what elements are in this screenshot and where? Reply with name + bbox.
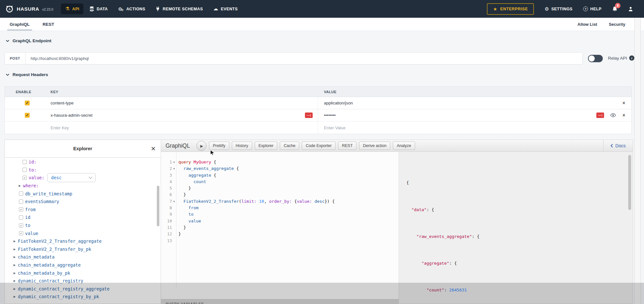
remove-header-icon[interactable] bbox=[622, 113, 626, 118]
toolbar-button[interactable]: Derive action bbox=[359, 142, 390, 150]
query-editor[interactable]: 1 query MyQuery { 2 raw_events_aggregate… bbox=[161, 152, 399, 287]
nav-item-api[interactable]: ⚗ API bbox=[61, 4, 83, 14]
explorer-item-label: FiatTokenV2_2_Transfer_aggregate bbox=[18, 239, 102, 244]
field-checkbox[interactable] bbox=[19, 223, 23, 228]
execute-query-button[interactable] bbox=[196, 141, 206, 151]
notifications-button[interactable]: 8 bbox=[612, 6, 618, 12]
graphql-endpoint-section-header[interactable]: GraphQL Endpoint bbox=[6, 38, 52, 43]
nav-item-events[interactable]: ☁ EVENTS bbox=[209, 4, 242, 14]
field-checkbox[interactable] bbox=[23, 176, 27, 180]
explorer-item[interactable]: value bbox=[5, 229, 161, 237]
fold-caret-icon[interactable] bbox=[172, 198, 176, 205]
explorer-item[interactable]: chain_metadata_by_pk bbox=[5, 269, 161, 277]
code-line: 6 } bbox=[161, 191, 399, 198]
link-security[interactable]: Security bbox=[609, 22, 625, 27]
column-value: VALUE bbox=[318, 90, 631, 94]
docs-button[interactable]: Docs bbox=[603, 140, 633, 152]
fold-caret-icon[interactable] bbox=[172, 165, 176, 172]
explorer-item[interactable]: chain_metadata bbox=[5, 253, 161, 261]
header-key[interactable]: x-hasura-admin-secret bbox=[51, 113, 92, 118]
toolbar-button[interactable]: History bbox=[232, 142, 252, 150]
explorer-item[interactable]: FiatTokenV2_2_Transfer_aggregate bbox=[5, 237, 161, 245]
code-line: 12 } bbox=[161, 231, 399, 237]
toolbar-button[interactable]: Explorer bbox=[255, 142, 278, 150]
explorer-item[interactable]: to: bbox=[5, 166, 161, 174]
field-checkbox[interactable] bbox=[19, 191, 23, 196]
field-checkbox[interactable] bbox=[23, 160, 27, 164]
endpoint-url-input[interactable] bbox=[25, 53, 582, 64]
request-headers-section-header[interactable]: Request Headers bbox=[6, 72, 48, 77]
sort-direction-dropdown[interactable]: desc bbox=[47, 173, 96, 182]
password-manager-icon[interactable]: ••• bbox=[596, 113, 604, 118]
fold-caret-icon[interactable] bbox=[172, 205, 176, 211]
header-value[interactable]: application/json bbox=[324, 101, 353, 105]
fold-caret-icon[interactable] bbox=[172, 172, 176, 179]
explorer-item[interactable]: id bbox=[5, 213, 161, 221]
explorer-item[interactable]: FiatTokenV2_2_Transfer_by_pk bbox=[5, 245, 161, 253]
new-header-key-input[interactable] bbox=[51, 125, 305, 130]
remove-header-icon[interactable] bbox=[622, 101, 626, 105]
explorer-scrollbar[interactable] bbox=[157, 186, 159, 226]
fold-caret-icon[interactable] bbox=[172, 231, 176, 237]
expand-caret-icon bbox=[14, 248, 16, 251]
explorer-item-label: chain_metadata_aggregate bbox=[18, 262, 81, 268]
fold-caret-icon[interactable] bbox=[172, 159, 176, 165]
explorer-item[interactable]: chain_metadata_aggregate bbox=[5, 261, 161, 269]
tab-rest[interactable]: REST bbox=[43, 18, 54, 31]
nav-item-remote-schemas[interactable]: REMOTE SCHEMAS bbox=[151, 4, 207, 14]
query-variables-bar[interactable]: QUERY VARIABLES bbox=[161, 299, 399, 304]
explorer-item[interactable]: value: desc bbox=[5, 174, 161, 182]
explorer-item[interactable]: dynamic_contract_registry_aggregate bbox=[5, 285, 161, 293]
response-scrollbar[interactable] bbox=[628, 155, 631, 210]
hasura-logo[interactable]: λ HASURA v2.23.0 bbox=[5, 5, 53, 13]
graphiql-panel: GraphiQL Prettify History Explorer Cache… bbox=[161, 140, 633, 304]
toolbar-button[interactable]: Analyze bbox=[393, 142, 415, 150]
explorer-title: Explorer bbox=[73, 146, 92, 151]
fold-caret-icon[interactable] bbox=[172, 218, 176, 224]
password-manager-icon[interactable]: ••• bbox=[305, 113, 313, 118]
fold-caret-icon[interactable] bbox=[172, 224, 176, 231]
explorer-item[interactable]: dynamic_contract_registry bbox=[5, 277, 161, 285]
toolbar-button[interactable]: Cache bbox=[280, 142, 299, 150]
line-number: 8 bbox=[169, 205, 172, 211]
explorer-item[interactable]: db_write_timestamp bbox=[5, 190, 161, 198]
close-icon[interactable] bbox=[151, 145, 156, 152]
field-checkbox[interactable] bbox=[19, 215, 23, 220]
header-value[interactable]: •••••••• bbox=[324, 113, 336, 118]
fold-caret-icon[interactable] bbox=[172, 238, 176, 244]
tab-graphiql[interactable]: GraphiQL bbox=[10, 18, 30, 31]
toolbar-button[interactable]: REST bbox=[338, 142, 356, 150]
explorer-item[interactable]: from bbox=[5, 206, 161, 214]
fold-caret-icon[interactable] bbox=[172, 191, 176, 198]
toolbar-button[interactable]: Code Exporter bbox=[302, 142, 336, 150]
explorer-item[interactable]: id: bbox=[5, 158, 161, 166]
new-header-value-input[interactable] bbox=[324, 125, 611, 130]
settings-button[interactable]: SETTINGS bbox=[545, 6, 573, 12]
info-icon[interactable] bbox=[629, 55, 634, 61]
field-checkbox[interactable] bbox=[19, 200, 23, 204]
explorer-item[interactable]: eventsSummary bbox=[5, 198, 161, 206]
field-checkbox[interactable] bbox=[23, 168, 27, 172]
explorer-item[interactable]: where: bbox=[5, 182, 161, 190]
explorer-item[interactable]: dynamic_contract_registry_by_pk bbox=[5, 293, 161, 301]
help-button[interactable]: HELP bbox=[583, 6, 601, 11]
eye-icon[interactable] bbox=[610, 113, 616, 117]
nav-item-actions[interactable]: ⚙⚙ ACTIONS bbox=[114, 4, 149, 15]
explorer-item[interactable]: to bbox=[5, 221, 161, 230]
header-enable-checkbox[interactable] bbox=[25, 101, 30, 105]
field-checkbox[interactable] bbox=[19, 207, 23, 211]
link-allow-list[interactable]: Allow List bbox=[577, 22, 597, 27]
fold-caret-icon[interactable] bbox=[172, 211, 176, 218]
fold-caret-icon[interactable] bbox=[172, 179, 176, 185]
field-checkbox[interactable] bbox=[19, 231, 23, 235]
page-scrollbar[interactable] bbox=[634, 18, 641, 304]
toolbar-button[interactable]: Prettify bbox=[209, 142, 229, 150]
nav-item-data[interactable]: DATA bbox=[85, 4, 112, 15]
header-key[interactable]: content-type bbox=[51, 101, 74, 105]
notification-badge: 8 bbox=[615, 3, 620, 8]
account-button[interactable] bbox=[628, 6, 633, 12]
enterprise-button[interactable]: ENTERPRISE bbox=[487, 3, 534, 15]
fold-caret-icon[interactable] bbox=[172, 185, 176, 191]
relay-api-toggle[interactable] bbox=[588, 55, 603, 62]
header-enable-checkbox[interactable] bbox=[25, 113, 30, 118]
